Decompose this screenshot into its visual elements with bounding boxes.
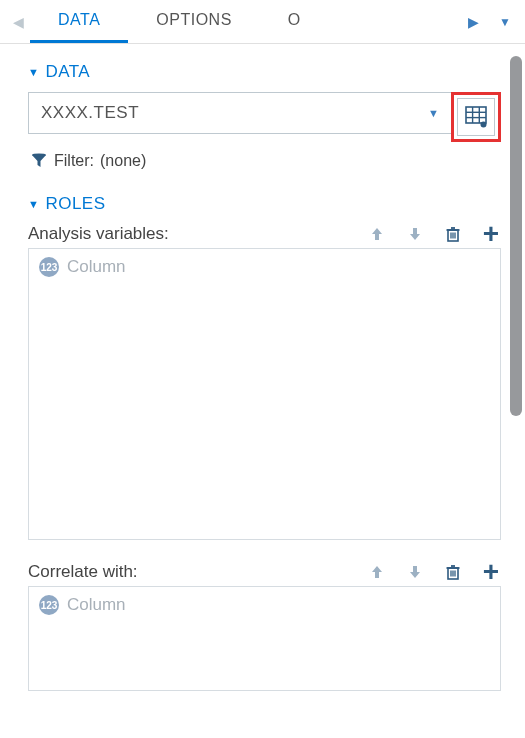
- move-up-button[interactable]: [367, 562, 387, 582]
- role-correlate-list[interactable]: 123 Column: [28, 586, 501, 691]
- arrow-down-icon: [407, 226, 423, 242]
- role-correlate-header: Correlate with:: [28, 562, 501, 582]
- delete-button[interactable]: [443, 562, 463, 582]
- tabs-container: DATA OPTIONS O: [30, 0, 461, 43]
- delete-button[interactable]: [443, 224, 463, 244]
- section-roles-title: ROLES: [45, 194, 105, 214]
- caret-down-icon: ▼: [28, 198, 39, 210]
- arrow-down-icon: [407, 564, 423, 580]
- column-placeholder: 123 Column: [39, 595, 490, 615]
- tab-options[interactable]: OPTIONS: [128, 0, 260, 43]
- svg-point-5: [481, 122, 487, 128]
- section-roles-header[interactable]: ▼ ROLES: [28, 194, 501, 214]
- filter-row[interactable]: Filter: (none): [28, 152, 501, 170]
- tab-overflow[interactable]: O: [260, 0, 329, 43]
- filter-label: Filter:: [54, 152, 94, 170]
- content-panel: ▼ DATA XXXX.TEST ▼ Filte: [0, 44, 525, 738]
- role-correlate-title: Correlate with:: [28, 562, 138, 582]
- section-data-header[interactable]: ▼ DATA: [28, 62, 501, 82]
- arrow-up-icon: [369, 226, 385, 242]
- svg-point-6: [32, 153, 46, 156]
- filter-value: (none): [100, 152, 146, 170]
- dataset-select[interactable]: XXXX.TEST ▼: [28, 92, 452, 134]
- vertical-scrollbar[interactable]: [510, 56, 522, 416]
- role-analysis-actions: +: [367, 224, 501, 244]
- view-table-button[interactable]: [457, 98, 495, 136]
- move-down-button[interactable]: [405, 562, 425, 582]
- add-button[interactable]: +: [481, 224, 501, 244]
- column-placeholder-text: Column: [67, 257, 126, 277]
- numeric-column-icon: 123: [39, 595, 59, 615]
- arrow-up-icon: [369, 564, 385, 580]
- move-down-button[interactable]: [405, 224, 425, 244]
- column-placeholder-text: Column: [67, 595, 126, 615]
- add-button[interactable]: +: [481, 562, 501, 582]
- section-data-title: DATA: [45, 62, 90, 82]
- role-correlate-block: Correlate with:: [28, 562, 501, 691]
- dataset-select-value: XXXX.TEST: [41, 103, 139, 123]
- svg-rect-0: [466, 107, 486, 123]
- tab-scroll-left-icon[interactable]: ◀: [6, 14, 30, 30]
- tab-bar: ◀ DATA OPTIONS O ▶ ▼: [0, 0, 525, 44]
- tab-menu-dropdown-icon[interactable]: ▼: [491, 15, 519, 29]
- role-analysis-list[interactable]: 123 Column: [28, 248, 501, 540]
- tab-data[interactable]: DATA: [30, 0, 128, 43]
- filter-icon: [30, 152, 48, 170]
- role-analysis-block: Analysis variables:: [28, 224, 501, 540]
- role-analysis-header: Analysis variables:: [28, 224, 501, 244]
- caret-down-icon: ▼: [28, 66, 39, 78]
- tab-scroll-right-icon[interactable]: ▶: [461, 14, 485, 30]
- role-correlate-actions: +: [367, 562, 501, 582]
- role-analysis-title: Analysis variables:: [28, 224, 169, 244]
- dropdown-caret-icon: ▼: [428, 107, 439, 119]
- trash-icon: [445, 564, 461, 580]
- numeric-column-icon: 123: [39, 257, 59, 277]
- move-up-button[interactable]: [367, 224, 387, 244]
- data-select-row: XXXX.TEST ▼: [28, 92, 501, 142]
- trash-icon: [445, 226, 461, 242]
- table-icon: [465, 106, 487, 128]
- column-placeholder: 123 Column: [39, 257, 490, 277]
- table-button-highlight: [451, 92, 501, 142]
